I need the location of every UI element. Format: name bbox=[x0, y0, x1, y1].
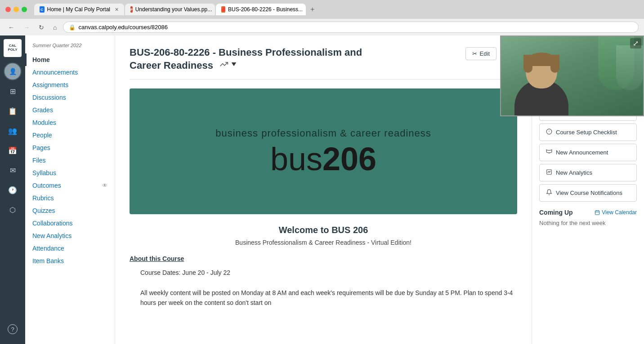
sidebar-modules-label: Modules bbox=[32, 119, 56, 126]
trend-up-icon bbox=[219, 60, 228, 69]
sidebar-item-grades[interactable]: Grades bbox=[25, 104, 115, 116]
course-hero-banner: business professionalism & career readin… bbox=[130, 88, 517, 214]
reload-button[interactable]: ↻ bbox=[36, 22, 47, 33]
sidebar-item-home[interactable]: Home bbox=[25, 53, 115, 66]
sidebar-pages-label: Pages bbox=[32, 144, 50, 151]
nav-groups[interactable]: 👥 bbox=[4, 122, 22, 140]
course-header: BUS-206-80-2226 - Business Professionali… bbox=[130, 46, 517, 72]
tab1-close[interactable]: ✕ bbox=[115, 7, 119, 13]
back-button[interactable]: ← bbox=[5, 22, 17, 33]
course-title-icons bbox=[219, 60, 237, 69]
sidebar-item-people[interactable]: People bbox=[25, 129, 115, 141]
tab3-favicon: 🔴 bbox=[221, 6, 225, 13]
view-calendar-link[interactable]: View Calendar bbox=[595, 209, 637, 216]
trend-down-icon bbox=[230, 61, 237, 68]
video-overlay[interactable]: ⤢ bbox=[500, 35, 644, 116]
nav-dashboard[interactable]: ⊞ bbox=[4, 82, 22, 100]
calendar-icon: 📅 bbox=[8, 146, 17, 155]
tab3-label: BUS-206-80-2226 - Business... bbox=[228, 6, 303, 13]
nav-studio[interactable]: ⬡ bbox=[4, 201, 22, 219]
tab1-label: Home | My Cal Poly Portal bbox=[47, 6, 111, 13]
sidebar-outcomes-label: Outcomes bbox=[32, 182, 61, 189]
sidebar-item-files[interactable]: Files bbox=[25, 154, 115, 167]
coming-up-title: Coming Up bbox=[539, 209, 573, 216]
sidebar-item-attendance[interactable]: Attendance bbox=[25, 242, 115, 255]
help-icon: ? bbox=[8, 324, 18, 334]
sidebar-item-syllabus[interactable]: Syllabus bbox=[25, 167, 115, 179]
header-divider bbox=[130, 79, 517, 79]
term-label: Summer Quarter 2022 bbox=[25, 43, 115, 53]
sidebar-files-label: Files bbox=[32, 157, 46, 164]
new-announcement-icon bbox=[546, 149, 552, 156]
nav-courses[interactable]: 📋 bbox=[4, 102, 22, 120]
new-analytics-icon bbox=[546, 169, 552, 176]
view-notifications-button[interactable]: View Course Notifications bbox=[539, 184, 637, 202]
sidebar-item-assignments[interactable]: Assignments bbox=[25, 79, 115, 91]
studio-icon: ⬡ bbox=[9, 206, 16, 214]
video-expand-icon[interactable]: ⤢ bbox=[630, 38, 641, 49]
sidebar-item-modules[interactable]: Modules bbox=[25, 116, 115, 129]
logo-text: CALPOLY bbox=[8, 44, 17, 52]
nav-calendar[interactable]: 📅 bbox=[4, 141, 22, 159]
courses-icon: 📋 bbox=[8, 107, 17, 115]
nav-help[interactable]: ? bbox=[4, 320, 22, 338]
sidebar-item-announcements[interactable]: Announcements bbox=[25, 66, 115, 79]
nothing-upcoming-text: Nothing for the next week bbox=[539, 220, 637, 226]
cal-poly-logo[interactable]: CALPOLY bbox=[4, 39, 22, 57]
sidebar-item-quizzes[interactable]: Quizzes bbox=[25, 204, 115, 217]
sidebar-item-outcomes[interactable]: Outcomes 👁 bbox=[25, 179, 115, 192]
sidebar-item-new-analytics[interactable]: New Analytics bbox=[25, 229, 115, 242]
address-bar[interactable]: 🔒 canvas.calpoly.edu/courses/82086 bbox=[63, 22, 639, 33]
sidebar-rubrics-label: Rubrics bbox=[32, 194, 54, 202]
browser-tab-3[interactable]: 🔴 BUS-206-80-2226 - Business... ✕ bbox=[216, 4, 306, 15]
calendar-small-icon bbox=[595, 210, 600, 215]
sidebar-home-label: Home bbox=[32, 56, 50, 63]
address-text: canvas.calpoly.edu/courses/82086 bbox=[78, 24, 168, 31]
sidebar-people-label: People bbox=[32, 132, 52, 139]
new-announcement-button[interactable]: New Announcement bbox=[539, 144, 637, 161]
welcome-subtitle: Business Professionalism & Career Readin… bbox=[130, 239, 517, 246]
minimize-dot[interactable] bbox=[13, 7, 19, 12]
sidebar-item-collaborations[interactable]: Collaborations bbox=[25, 217, 115, 229]
sidebar-item-rubrics[interactable]: Rubrics bbox=[25, 192, 115, 204]
nav-inbox[interactable]: ✉ bbox=[4, 161, 22, 179]
browser-tabs: C Home | My Cal Poly Portal ✕ P Understa… bbox=[34, 4, 639, 15]
course-dates-text: Course Dates: June 20 - July 22 bbox=[140, 268, 517, 278]
forward-button[interactable]: → bbox=[21, 22, 32, 33]
sidebar-item-discussions[interactable]: Discussions bbox=[25, 91, 115, 104]
edit-button[interactable]: ✂ Edit bbox=[465, 47, 496, 60]
maximize-dot[interactable] bbox=[22, 7, 27, 12]
browser-toolbar: ← → ↻ ⌂ 🔒 canvas.calpoly.edu/courses/820… bbox=[0, 19, 644, 35]
edit-button-label: Edit bbox=[480, 50, 490, 57]
inbox-icon: ✉ bbox=[10, 166, 16, 175]
sidebar-item-item-banks[interactable]: Item Banks bbox=[25, 255, 115, 267]
scissors-icon: ✂ bbox=[472, 50, 477, 57]
sidebar-assignments-label: Assignments bbox=[32, 81, 68, 88]
view-calendar-label: View Calendar bbox=[602, 209, 637, 216]
sidebar-item-banks-label: Item Banks bbox=[32, 257, 64, 265]
about-heading: About this Course bbox=[130, 255, 517, 262]
sidebar-attendance-label: Attendance bbox=[32, 245, 64, 252]
hero-title: bus206 bbox=[270, 143, 376, 175]
new-tab-button[interactable]: + bbox=[307, 4, 318, 15]
nav-avatar[interactable]: 👤 bbox=[4, 62, 22, 80]
nav-collapse[interactable]: → bbox=[4, 340, 22, 344]
sidebar-quizzes-label: Quizzes bbox=[32, 207, 55, 214]
close-dot[interactable] bbox=[5, 7, 11, 12]
setup-checklist-label: Course Setup Checklist bbox=[556, 129, 617, 136]
home-button[interactable]: ⌂ bbox=[50, 22, 59, 33]
svg-marker-0 bbox=[232, 62, 237, 66]
nav-rail: CALPOLY 👤 ⊞ 📋 👥 📅 ✉ 🕐 ⬡ ? → bbox=[0, 35, 25, 344]
outcomes-eye-icon: 👁 bbox=[102, 182, 107, 189]
nav-history[interactable]: 🕐 bbox=[4, 181, 22, 199]
setup-checklist-button[interactable]: Course Setup Checklist bbox=[539, 123, 637, 141]
new-analytics-button[interactable]: New Analytics bbox=[539, 164, 637, 181]
tab2-label: Understanding your Values.pp... bbox=[135, 6, 212, 13]
sidebar-syllabus-label: Syllabus bbox=[32, 169, 56, 176]
browser-tab-1[interactable]: C Home | My Cal Poly Portal ✕ bbox=[34, 4, 124, 15]
browser-tab-2[interactable]: P Understanding your Values.pp... ✕ bbox=[125, 4, 215, 15]
sidebar-announcements-label: Announcements bbox=[32, 69, 78, 76]
view-notifications-label: View Course Notifications bbox=[556, 190, 622, 196]
hero-title-light: bus bbox=[270, 141, 322, 177]
sidebar-item-pages[interactable]: Pages bbox=[25, 141, 115, 154]
